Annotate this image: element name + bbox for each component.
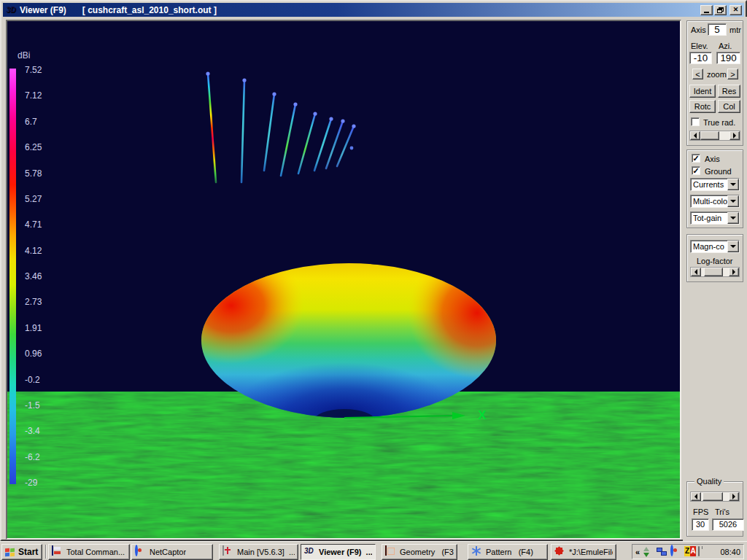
minimize-icon <box>704 12 709 13</box>
ground-checkbox-label: Ground <box>705 167 732 176</box>
element-tip-dot <box>341 119 344 122</box>
taskbar-divider <box>45 545 47 559</box>
scroll-right-icon[interactable] <box>729 268 739 276</box>
zoom-out-button[interactable]: < <box>692 69 703 79</box>
fps-label: FPS <box>693 508 708 516</box>
x-axis-label: X <box>478 408 487 422</box>
true-rad-checkbox[interactable] <box>691 117 700 126</box>
zoom-in-button[interactable]: > <box>727 69 738 79</box>
taskbar-item-pattern[interactable]: Pattern (F4) <box>468 544 548 560</box>
axis-length-input[interactable] <box>708 23 727 36</box>
fps-value: 30 <box>692 518 709 531</box>
elev-label: Elev. <box>691 42 708 50</box>
zoom-label: zoom <box>707 70 727 79</box>
taskbar-item-geometry[interactable]: Geometry (F3) <box>382 544 457 560</box>
geometry-icon <box>385 545 387 556</box>
taskbar-item-total-commander[interactable]: Total Comman... <box>48 544 130 560</box>
tris-value: 5026 <box>712 518 744 531</box>
totgain-dropdown[interactable]: Tot-gain <box>690 211 740 225</box>
viewer-window: 3D Viewer (F9) [ cushcraft_asl_2010_shor… <box>0 0 747 541</box>
chevron-down-icon[interactable] <box>727 179 739 190</box>
taskbar: Start Total Comman... NetCaptor Main [V5… <box>0 541 747 560</box>
scroll-right-icon[interactable] <box>729 131 740 140</box>
scroll-left-icon[interactable] <box>691 268 701 276</box>
titlebar[interactable]: 3D Viewer (F9) [ cushcraft_asl_2010_shor… <box>3 3 744 17</box>
3d-viewer-icon: 3D <box>304 547 314 555</box>
element-tip-dot <box>206 71 209 75</box>
gain-scale-bar <box>9 69 16 484</box>
main-app-icon <box>222 545 224 556</box>
clock: 08:40 <box>720 548 740 556</box>
control-panel: Axis mtr Elev. Azi. < zoom > Ident Res R… <box>683 17 747 542</box>
quality-thumb[interactable] <box>703 492 723 501</box>
chevron-down-icon[interactable] <box>727 212 739 224</box>
log-factor-label: Log-factor <box>697 257 733 265</box>
chevron-down-icon[interactable] <box>727 241 739 252</box>
view-scrollbar[interactable] <box>689 131 740 141</box>
mouse-icon[interactable] <box>698 546 700 556</box>
scroll-left-icon[interactable] <box>691 492 701 501</box>
close-button[interactable]: ✕ <box>729 5 742 15</box>
magnco-dropdown[interactable]: Magn-co <box>690 240 740 253</box>
element-tip-dot <box>293 102 297 106</box>
window-title: Viewer (F9) <box>20 5 66 15</box>
updown-arrows-icon[interactable] <box>643 546 654 558</box>
log-factor-slider[interactable] <box>690 267 740 277</box>
axis-unit-label: mtr <box>729 26 741 34</box>
windows-logo-icon <box>5 548 15 557</box>
col-button[interactable]: Col <box>718 100 740 113</box>
app-3d-icon: 3D <box>5 5 17 15</box>
tray-chevron[interactable]: « <box>635 548 640 556</box>
view-controls-group <box>686 20 743 146</box>
tris-label: Tri's <box>715 508 729 516</box>
res-button[interactable]: Res <box>718 85 740 98</box>
taskbar-item-3d-viewer[interactable]: 3D Viewer (F9) ... <box>301 544 376 560</box>
chevron-down-icon[interactable] <box>727 195 739 207</box>
ground-checkbox[interactable]: ✓ <box>692 166 700 175</box>
desktop: 3D Viewer (F9) [ cushcraft_asl_2010_shor… <box>0 0 747 560</box>
axis-length-label: Axis <box>691 26 706 34</box>
elevation-input[interactable] <box>689 52 712 64</box>
taskbar-item-emule[interactable]: *J:\EmuleFiles\... <box>551 544 616 560</box>
system-tray: « ZA 08:40 <box>632 544 744 559</box>
true-rad-label: True rad. <box>703 118 735 127</box>
axis-checkbox-label: Axis <box>705 155 720 163</box>
axis-checkbox[interactable]: ✓ <box>692 154 700 163</box>
total-commander-icon <box>52 545 53 556</box>
element-tip-dot <box>313 112 317 115</box>
zonealarm-icon[interactable]: ZA <box>684 546 696 558</box>
rotc-button[interactable]: Rotc <box>689 100 716 113</box>
network-computers-icon[interactable] <box>657 546 668 558</box>
element-tip-dot <box>242 78 246 82</box>
element-tip-dot <box>350 147 354 150</box>
scroll-left-icon[interactable] <box>690 131 700 140</box>
ident-button[interactable]: Ident <box>689 85 716 98</box>
3d-scene: X <box>7 21 680 538</box>
start-button[interactable]: Start <box>1 544 42 560</box>
scroll-thumb[interactable] <box>700 131 719 140</box>
taskbar-item-main[interactable]: Main [V5.6.3] ... <box>219 544 298 560</box>
currents-dropdown[interactable]: Currents <box>690 178 740 191</box>
restore-button[interactable] <box>714 5 727 15</box>
log-factor-thumb[interactable] <box>704 268 723 276</box>
netcaptor-tray-icon[interactable] <box>670 545 673 556</box>
netcaptor-icon <box>135 545 138 556</box>
azimuth-input[interactable] <box>716 52 740 64</box>
element-tip-dot <box>329 117 333 120</box>
taskbar-item-netcaptor[interactable]: NetCaptor <box>131 544 213 560</box>
multicolor-dropdown[interactable]: Multi-colo <box>690 195 740 208</box>
azi-label: Azi. <box>719 42 732 50</box>
quality-group-label: Quality <box>694 477 724 486</box>
element-tip-dot <box>272 92 276 96</box>
3d-viewport[interactable]: X dBi 7.52 7.12 6.7 6.25 5.78 5.27 4.71 … <box>6 20 681 540</box>
element-tip-dot <box>352 124 355 128</box>
window-document-title: [ cushcraft_asl_2010_short.out ] <box>82 5 217 15</box>
restore-icon <box>717 7 724 13</box>
minimize-button[interactable] <box>700 5 713 15</box>
scroll-right-icon[interactable] <box>729 492 739 501</box>
quality-slider[interactable] <box>690 491 740 502</box>
